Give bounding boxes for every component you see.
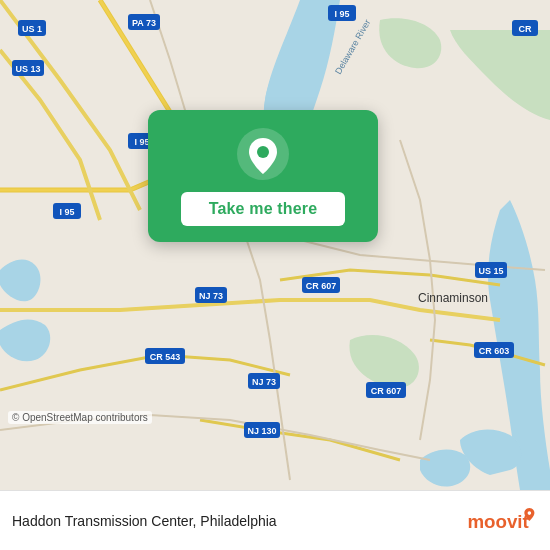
- take-me-there-button[interactable]: Take me there: [181, 192, 346, 226]
- svg-text:moovit: moovit: [467, 511, 528, 532]
- map-container: US 1 PA 73 I 95 CR US 13 I 95 I 95 NJ 73…: [0, 0, 550, 490]
- svg-point-34: [257, 146, 269, 158]
- svg-text:US 1: US 1: [22, 24, 42, 34]
- svg-text:NJ 130: NJ 130: [247, 426, 276, 436]
- svg-text:Cinnaminson: Cinnaminson: [418, 291, 488, 305]
- svg-point-36: [528, 511, 532, 515]
- bottom-bar: Haddon Transmission Center, Philadelphia…: [0, 490, 550, 550]
- svg-text:I 95: I 95: [59, 207, 74, 217]
- copyright-text: © OpenStreetMap contributors: [8, 411, 152, 424]
- moovit-logo: moovit: [466, 505, 538, 537]
- svg-text:PA 73: PA 73: [132, 18, 156, 28]
- svg-text:I 95: I 95: [334, 9, 349, 19]
- location-name: Haddon Transmission Center, Philadelphia: [12, 513, 466, 529]
- svg-text:NJ 73: NJ 73: [199, 291, 223, 301]
- location-pin-icon: [237, 128, 289, 180]
- svg-text:CR 607: CR 607: [371, 386, 402, 396]
- svg-text:CR 543: CR 543: [150, 352, 181, 362]
- svg-text:US 13: US 13: [15, 64, 40, 74]
- moovit-logo-svg: moovit: [466, 505, 538, 537]
- svg-text:CR: CR: [519, 24, 532, 34]
- location-card[interactable]: Take me there: [148, 110, 378, 242]
- svg-text:CR 607: CR 607: [306, 281, 337, 291]
- svg-text:CR 603: CR 603: [479, 346, 510, 356]
- svg-text:US 15: US 15: [478, 266, 503, 276]
- svg-text:NJ 73: NJ 73: [252, 377, 276, 387]
